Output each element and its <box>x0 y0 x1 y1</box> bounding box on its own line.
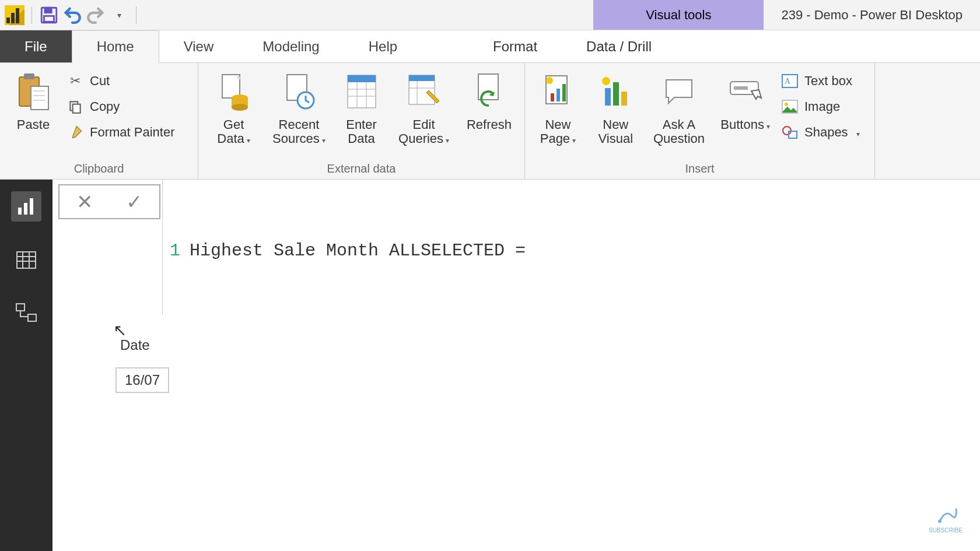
svg-rect-1 <box>45 8 51 13</box>
svg-rect-18 <box>348 75 376 82</box>
svg-rect-35 <box>613 82 619 106</box>
paste-icon <box>16 69 51 114</box>
svg-rect-44 <box>789 131 797 138</box>
qat-customize-button[interactable]: ▾ <box>109 5 129 25</box>
get-data-button[interactable]: Get Data <box>205 66 262 146</box>
svg-rect-53 <box>16 304 24 311</box>
recent-sources-button[interactable]: Recent Sources <box>268 66 330 146</box>
subscribe-badge: SUBSCRIBE <box>929 504 963 534</box>
svg-rect-54 <box>28 314 36 321</box>
svg-rect-47 <box>30 198 33 215</box>
nav-report-view[interactable] <box>11 191 41 222</box>
edit-queries-button[interactable]: Edit Queries <box>393 66 455 146</box>
group-clipboard: Paste ✂Cut Copy Format Painter Clipboard <box>0 63 198 179</box>
scissors-icon: ✂ <box>66 72 84 90</box>
speech-bubble-icon <box>663 69 695 114</box>
svg-rect-45 <box>18 208 22 215</box>
tab-format[interactable]: Format <box>468 30 562 62</box>
enter-data-icon <box>345 69 378 114</box>
ribbon-tabs: File Home View Modeling Help Format Data… <box>0 30 980 63</box>
slicer-header: Date <box>120 337 150 353</box>
slicer-value[interactable]: 16/07 <box>116 367 169 393</box>
tab-file[interactable]: File <box>0 30 72 62</box>
enter-data-button[interactable]: Enter Data <box>336 66 387 146</box>
svg-rect-46 <box>24 203 27 215</box>
group-insert: New Page New Visual Ask A Question Butto… <box>525 63 875 179</box>
tab-data-drill[interactable]: Data / Drill <box>562 30 676 62</box>
edit-queries-icon <box>407 69 442 114</box>
redo-button[interactable] <box>86 5 106 25</box>
save-button[interactable] <box>39 5 59 25</box>
new-visual-icon <box>599 69 632 114</box>
button-icon <box>728 69 763 114</box>
svg-rect-38 <box>734 86 748 90</box>
left-nav <box>0 180 52 551</box>
new-page-button[interactable]: New Page <box>532 66 584 146</box>
image-button[interactable]: Image <box>780 96 867 118</box>
recent-sources-icon <box>281 69 316 114</box>
ask-question-button[interactable]: Ask A Question <box>648 66 711 146</box>
svg-point-14 <box>232 104 248 111</box>
paintbrush-icon <box>66 124 84 141</box>
svg-text:A: A <box>785 77 791 86</box>
copy-button[interactable]: Copy <box>65 96 176 118</box>
image-icon <box>781 98 799 115</box>
report-canvas[interactable]: ↖ Date 16/07 <box>52 315 980 551</box>
refresh-icon <box>473 69 505 114</box>
svg-rect-24 <box>409 75 435 81</box>
formula-commit-button[interactable]: ✓ <box>126 190 142 213</box>
format-painter-button[interactable]: Format Painter <box>65 121 176 143</box>
document-title: 239 - Demo - Power BI Desktop <box>764 0 980 30</box>
svg-rect-4 <box>24 73 34 79</box>
ribbon: Paste ✂Cut Copy Format Painter Clipboard… <box>0 63 980 180</box>
formula-cancel-button[interactable]: ✕ <box>76 190 93 213</box>
svg-rect-31 <box>562 84 566 101</box>
nav-model-view[interactable] <box>11 299 41 329</box>
svg-rect-11 <box>222 75 240 98</box>
svg-rect-34 <box>605 88 611 106</box>
svg-rect-10 <box>73 104 80 113</box>
svg-rect-36 <box>621 92 627 106</box>
tab-help[interactable]: Help <box>344 30 422 62</box>
group-external-data: Get Data Recent Sources Enter Data Edit … <box>198 63 525 179</box>
copy-icon <box>66 98 84 115</box>
svg-point-42 <box>785 103 788 106</box>
get-data-icon <box>216 69 251 114</box>
tab-home[interactable]: Home <box>72 30 159 63</box>
quick-access-toolbar: ▾ <box>0 0 145 30</box>
tab-modeling[interactable]: Modeling <box>238 30 344 62</box>
refresh-button[interactable]: Refresh <box>461 66 517 132</box>
group-label-clipboard: Clipboard <box>7 160 191 178</box>
nav-data-view[interactable] <box>11 245 41 275</box>
svg-rect-2 <box>44 16 54 22</box>
undo-button[interactable] <box>62 5 82 25</box>
svg-rect-30 <box>556 89 560 101</box>
app-logo-icon <box>5 5 24 25</box>
formula-commit-box: ✕ ✓ <box>58 184 160 219</box>
svg-point-55 <box>938 520 942 523</box>
svg-rect-5 <box>31 86 48 110</box>
group-label-external: External data <box>205 160 517 178</box>
text-box-button[interactable]: AText box <box>780 70 867 92</box>
text-box-icon: A <box>781 72 799 90</box>
contextual-tab-header: Visual tools <box>593 0 764 30</box>
buttons-button[interactable]: Buttons <box>716 66 774 132</box>
group-label-insert: Insert <box>532 160 867 178</box>
svg-rect-32 <box>551 93 554 101</box>
cut-button[interactable]: ✂Cut <box>65 70 176 92</box>
svg-point-29 <box>546 77 553 84</box>
new-visual-button[interactable]: New Visual <box>590 66 642 146</box>
shapes-button[interactable]: Shapes <box>780 121 867 143</box>
title-bar: ▾ Visual tools 239 - Demo - Power BI Des… <box>0 0 980 30</box>
svg-rect-48 <box>17 252 36 268</box>
tab-view[interactable]: View <box>159 30 239 62</box>
new-page-icon <box>541 69 574 114</box>
shapes-icon <box>781 124 799 141</box>
paste-button[interactable]: Paste <box>7 66 60 132</box>
svg-point-33 <box>602 77 610 85</box>
